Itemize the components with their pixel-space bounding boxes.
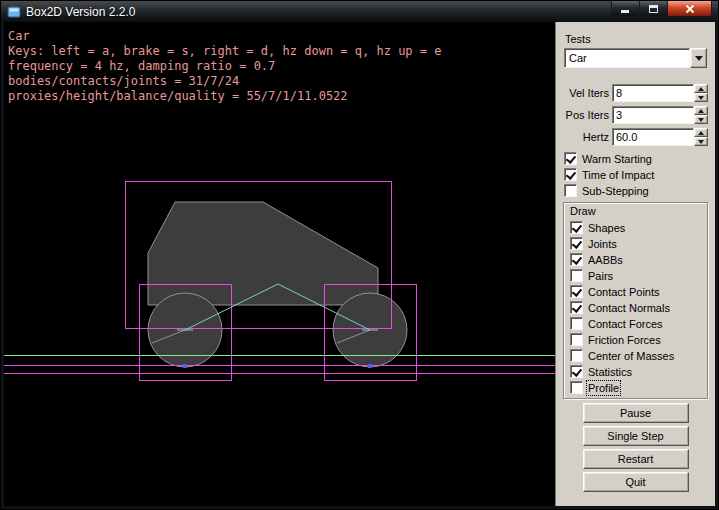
- hertz-spinner: Hertz60.0: [563, 128, 708, 146]
- check-icon: [572, 286, 582, 297]
- checkbox-label: Center of Masses: [588, 350, 674, 362]
- checkbox-label: Friction Forces: [588, 334, 661, 346]
- restart-button[interactable]: Restart: [583, 449, 689, 469]
- checkbox-box: [570, 317, 583, 330]
- spinner-list: Vel Iters8Pos Iters3Hertz60.0: [563, 84, 708, 146]
- checkbox-box: [564, 168, 577, 181]
- checkbox-label: Pairs: [588, 270, 613, 282]
- checkbox-box: [570, 365, 583, 378]
- maximize-button[interactable]: [640, 1, 667, 17]
- vel-iters-input[interactable]: 8: [612, 84, 694, 102]
- debug-text: CarKeys: left = a, brake = s, right = d,…: [8, 29, 441, 104]
- checkbox-contact-normals[interactable]: Contact Normals: [569, 300, 702, 315]
- tests-dropdown-value: Car: [564, 48, 690, 68]
- checkbox-label: Statistics: [588, 366, 632, 378]
- close-icon: [685, 4, 695, 14]
- arrow-up-icon: [698, 131, 704, 135]
- check-icon: [572, 238, 582, 249]
- debug-text-line: Keys: left = a, brake = s, right = d, hz…: [8, 44, 441, 59]
- checkbox-box: [570, 253, 583, 266]
- tests-label: Tests: [565, 33, 708, 45]
- spinner-label: Vel Iters: [563, 87, 609, 99]
- checkbox-joints[interactable]: Joints: [569, 236, 702, 251]
- draw-group-title: Draw: [570, 205, 702, 217]
- check-icon: [572, 222, 582, 233]
- car-chassis-shape: [148, 202, 378, 305]
- checkbox-center-of-masses[interactable]: Center of Masses: [569, 348, 702, 363]
- checkbox-label: Contact Normals: [588, 302, 670, 314]
- rear-contact-point: [183, 364, 187, 368]
- checkbox-sub-stepping[interactable]: Sub-Stepping: [563, 183, 708, 198]
- checkbox-friction-forces[interactable]: Friction Forces: [569, 332, 702, 347]
- checkbox-label: Joints: [588, 238, 617, 250]
- pos-iters-spinner: Pos Iters3: [563, 106, 708, 124]
- spinner-buttons: [694, 106, 708, 124]
- tests-dropdown-button[interactable]: [690, 48, 707, 68]
- single-step-button[interactable]: Single Step: [583, 426, 689, 446]
- checkbox-box: [564, 152, 577, 165]
- hertz-input[interactable]: 60.0: [612, 128, 694, 146]
- check-icon: [572, 302, 582, 313]
- debug-text-line: proxies/height/balance/quality = 55/7/1/…: [8, 89, 441, 104]
- spinner-up-button[interactable]: [694, 84, 708, 93]
- arrow-down-icon: [698, 96, 704, 100]
- spinner-up-button[interactable]: [694, 106, 708, 115]
- action-buttons: PauseSingle StepRestartQuit: [563, 403, 708, 492]
- spinner-label: Hertz: [563, 131, 609, 143]
- titlebar[interactable]: Box2D Version 2.2.0: [1, 1, 718, 22]
- minimize-icon: [621, 4, 630, 13]
- checkbox-label: Contact Points: [588, 286, 660, 298]
- simulation-canvas[interactable]: CarKeys: left = a, brake = s, right = d,…: [4, 22, 555, 506]
- checkbox-box: [570, 381, 583, 394]
- pause-button[interactable]: Pause: [583, 403, 689, 423]
- debug-text-line: Car: [8, 29, 441, 44]
- checkbox-contact-points[interactable]: Contact Points: [569, 284, 702, 299]
- app-icon: [7, 5, 21, 19]
- spinner-buttons: [694, 84, 708, 102]
- minimize-button[interactable]: [611, 1, 640, 17]
- arrow-down-icon: [698, 118, 704, 122]
- draw-checkbox-list: ShapesJointsAABBsPairsContact PointsCont…: [569, 220, 702, 395]
- checkbox-label: Profile: [588, 382, 619, 394]
- checkbox-contact-forces[interactable]: Contact Forces: [569, 316, 702, 331]
- check-icon: [566, 153, 576, 164]
- checkbox-label: Warm Starting: [582, 153, 652, 165]
- checkbox-shapes[interactable]: Shapes: [569, 220, 702, 235]
- arrow-down-icon: [698, 140, 704, 144]
- pos-iters-input[interactable]: 3: [612, 106, 694, 124]
- spinner-label: Pos Iters: [563, 109, 609, 121]
- checkbox-box: [570, 285, 583, 298]
- check-icon: [572, 366, 582, 377]
- checkbox-label: Contact Forces: [588, 318, 663, 330]
- checkbox-pairs[interactable]: Pairs: [569, 268, 702, 283]
- window-title: Box2D Version 2.2.0: [26, 5, 135, 19]
- tests-dropdown[interactable]: Car: [564, 48, 707, 68]
- quit-button[interactable]: Quit: [583, 472, 689, 492]
- spinner-down-button[interactable]: [694, 93, 708, 102]
- checkbox-box: [570, 269, 583, 282]
- checkbox-box: [570, 221, 583, 234]
- checkbox-box: [570, 349, 583, 362]
- window-controls: [611, 1, 712, 17]
- arrow-up-icon: [698, 109, 704, 113]
- checkbox-warm-starting[interactable]: Warm Starting: [563, 151, 708, 166]
- arrow-up-icon: [698, 87, 704, 91]
- checkbox-box: [570, 237, 583, 250]
- checkbox-statistics[interactable]: Statistics: [569, 364, 702, 379]
- checkbox-label: AABBs: [588, 254, 623, 266]
- close-button[interactable]: [667, 1, 712, 17]
- spinner-down-button[interactable]: [694, 115, 708, 124]
- maximize-icon: [649, 4, 659, 14]
- spinner-up-button[interactable]: [694, 128, 708, 137]
- checkbox-box: [570, 333, 583, 346]
- window-content: CarKeys: left = a, brake = s, right = d,…: [4, 22, 715, 506]
- draw-group: Draw ShapesJointsAABBsPairsContact Point…: [563, 202, 708, 399]
- checkbox-time-of-impact[interactable]: Time of Impact: [563, 167, 708, 182]
- checkbox-label: Time of Impact: [582, 169, 654, 181]
- control-panel: Tests Car Vel Iters8Pos Iters3Hertz60.0 …: [555, 22, 715, 506]
- checkbox-aabbs[interactable]: AABBs: [569, 252, 702, 267]
- checkbox-profile[interactable]: Profile: [569, 380, 702, 395]
- app-window: Box2D Version 2.2.0: [0, 0, 719, 510]
- spinner-down-button[interactable]: [694, 137, 708, 146]
- checkbox-box: [570, 301, 583, 314]
